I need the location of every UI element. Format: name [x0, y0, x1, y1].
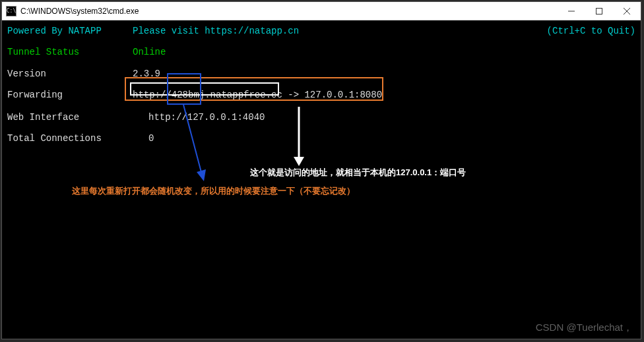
value-web: http://127.0.0.1:4040	[133, 111, 265, 124]
value-version: 2.3.9	[133, 67, 160, 80]
label-version: Version	[7, 67, 133, 80]
window-title: C:\WINDOWS\system32\cmd.exe	[20, 7, 558, 16]
value-powered: Please visit https://natapp.cn	[133, 24, 299, 38]
cmd-icon: C:\	[6, 6, 16, 16]
annotation-orange-text: 这里每次重新打开都会随机改变，所以用的时候要注意一下（不要忘记改）	[72, 185, 355, 198]
row-powered: Powered By NATAPP Please visit https://n…	[7, 24, 635, 38]
row-status: Tunnel Status Online	[7, 45, 635, 59]
svg-marker-7	[197, 169, 206, 181]
watermark: CSDN @Tuerlechat，	[536, 320, 633, 335]
cmd-window: C:\ C:\WINDOWS\system32\cmd.exe (Ctrl+C …	[1, 1, 641, 339]
maximize-button[interactable]	[585, 2, 613, 20]
label-web: Web Interface	[7, 111, 133, 124]
row-forwarding: Forwarding http://428bmj.natappfree.cc -…	[7, 88, 635, 101]
title-bar[interactable]: C:\ C:\WINDOWS\system32\cmd.exe	[2, 2, 641, 20]
annotation-white-text: 这个就是访问的地址，就相当于本机的127.0.0.1：端口号	[250, 167, 466, 179]
value-forwarding-arrow: -> 127.0.0.1:8080	[282, 88, 382, 101]
value-status: Online	[133, 45, 166, 59]
close-button[interactable]	[613, 2, 641, 20]
row-connections: Total Connections 0	[7, 132, 635, 145]
row-version: Version 2.3.9	[7, 67, 635, 80]
value-connections: 0	[133, 132, 154, 145]
label-forwarding: Forwarding	[7, 88, 133, 101]
minimize-button[interactable]	[558, 2, 585, 20]
label-powered: Powered By NATAPP	[7, 24, 133, 38]
label-connections: Total Connections	[7, 132, 133, 145]
svg-rect-1	[596, 8, 602, 14]
quit-hint: (Ctrl+C to Quit)	[547, 24, 635, 38]
label-status: Tunnel Status	[7, 45, 133, 59]
row-web: Web Interface http://127.0.0.1:4040	[7, 111, 635, 124]
value-forwarding-url: http://428bmj.natappfree.cc	[133, 88, 282, 101]
terminal-body: (Ctrl+C to Quit) Powered By NATAPP Pleas…	[2, 20, 641, 339]
svg-marker-5	[294, 157, 304, 166]
